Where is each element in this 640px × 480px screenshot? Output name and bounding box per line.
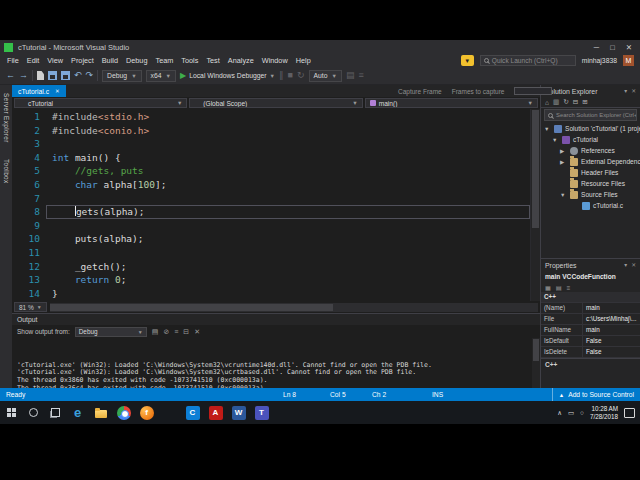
capture-frame-button[interactable]: Capture Frame — [398, 88, 442, 95]
document-tab[interactable]: cTutorial.c ✕ — [12, 85, 66, 97]
tree-item[interactable]: ▶ External Dependencies — [541, 156, 640, 167]
panel-header-icon[interactable]: ✕ — [631, 88, 636, 94]
taskbar-app-button[interactable]: W — [227, 401, 250, 424]
code-line[interactable]: //gets, puts — [46, 164, 530, 178]
code-line[interactable]: #include<stdio.h> — [46, 110, 530, 124]
code-line[interactable]: char alpha[100]; — [46, 178, 530, 192]
recorder-arrow-button[interactable]: ▼ — [461, 55, 474, 66]
tree-item[interactable]: cTutorial.c — [541, 200, 640, 211]
code-line[interactable]: gets(alpha); — [46, 205, 530, 219]
expander-icon[interactable]: ▼ — [544, 126, 551, 132]
property-row[interactable]: FullName main — [541, 325, 640, 336]
tree-item[interactable]: ▼ cTutorial — [541, 134, 640, 145]
menu-item[interactable]: Help — [292, 56, 315, 65]
debug-control-icon[interactable]: ∥ — [279, 71, 284, 80]
expander-icon[interactable]: ▶ — [560, 148, 567, 154]
menu-item[interactable]: Window — [258, 56, 292, 65]
menu-item[interactable]: Analyze — [224, 56, 258, 65]
menu-item[interactable]: Test — [202, 56, 223, 65]
minimize-button[interactable]: ─ — [594, 43, 599, 52]
property-value[interactable]: main — [583, 325, 640, 335]
scrollbar-thumb[interactable] — [532, 110, 539, 228]
undo-redo-icon[interactable]: ↷ — [86, 71, 94, 80]
solution-explorer-toolbar-icon[interactable]: ↻ — [563, 98, 569, 106]
toolbar-icon[interactable]: ≡ — [359, 71, 364, 80]
menu-item[interactable]: Tools — [177, 56, 202, 65]
code-line[interactable]: } — [46, 287, 530, 301]
property-value[interactable]: False — [583, 336, 640, 346]
tray-icon[interactable]: ○ — [580, 409, 584, 417]
output-toolbar-icon[interactable]: ⊘ — [163, 328, 169, 336]
side-tab[interactable]: Toolbox — [3, 159, 10, 184]
code-line[interactable]: _getch(); — [46, 260, 530, 274]
navigate-icon[interactable]: ← — [6, 71, 15, 80]
maximize-button[interactable]: □ — [610, 43, 615, 52]
taskbar-app-button[interactable]: f — [135, 401, 158, 424]
save-all-icon[interactable] — [61, 71, 70, 80]
auto-dropdown[interactable]: Auto▼ — [309, 70, 342, 82]
menu-item[interactable]: Team — [152, 56, 178, 65]
property-row[interactable]: C++ — [541, 292, 640, 303]
solution-explorer-toolbar-icon[interactable]: ▥ — [553, 98, 559, 106]
action-center-icon[interactable] — [624, 408, 635, 418]
tray-icon[interactable]: ∧ — [557, 409, 562, 417]
solution-search-input[interactable]: Search Solution Explorer (Ctrl+;) — [544, 109, 637, 121]
editor-horizontal-scrollbar[interactable] — [50, 303, 538, 312]
output-toolbar-icon[interactable]: ⊟ — [183, 328, 189, 336]
properties-toolbar-icon[interactable]: ≡ — [567, 284, 571, 291]
close-icon[interactable]: ✕ — [55, 88, 60, 94]
taskbar-app-button[interactable] — [89, 401, 112, 424]
property-value[interactable]: c:\Users\Minhaj\... — [583, 314, 640, 324]
taskbar-app-button[interactable]: C — [181, 401, 204, 424]
output-toolbar-icon[interactable]: ▤ — [152, 328, 159, 336]
platform-dropdown[interactable]: x64▼ — [146, 70, 176, 82]
frames-to-capture-input[interactable] — [514, 87, 552, 95]
code-line[interactable]: int main() { — [46, 151, 530, 165]
property-value[interactable] — [559, 292, 640, 302]
navigate-icon[interactable]: → — [19, 71, 28, 80]
cortana-search-button[interactable] — [22, 401, 44, 424]
menu-item[interactable]: Build — [98, 56, 122, 65]
task-view-button[interactable] — [44, 401, 66, 424]
start-button[interactable] — [0, 401, 22, 424]
tree-item[interactable]: Resource Files — [541, 178, 640, 189]
code-line[interactable] — [46, 137, 530, 151]
tree-item[interactable]: Header Files — [541, 167, 640, 178]
zoom-dropdown[interactable]: 81 % ▼ — [14, 302, 47, 312]
expander-icon[interactable]: ▶ — [560, 159, 567, 165]
taskbar-app-button[interactable]: A — [204, 401, 227, 424]
scrollbar-thumb[interactable] — [50, 304, 333, 311]
close-button[interactable]: ✕ — [626, 43, 632, 52]
configuration-dropdown[interactable]: Debug▼ — [102, 70, 141, 82]
editor-vertical-scrollbar[interactable] — [530, 109, 540, 301]
menu-item[interactable]: File — [3, 56, 23, 65]
code-lines[interactable]: #include<stdio.h>#include<conio.h>int ma… — [46, 109, 530, 301]
menu-item[interactable]: Project — [67, 56, 98, 65]
debug-control-icon[interactable]: ■ — [288, 71, 293, 80]
code-line[interactable] — [46, 219, 530, 233]
property-row[interactable]: (Name) main — [541, 303, 640, 314]
taskbar-app-button[interactable]: e — [66, 401, 89, 424]
add-to-source-control-button[interactable]: ▲ Add to Source Control — [552, 388, 640, 401]
code-line[interactable]: #include<conio.h> — [46, 124, 530, 138]
solution-explorer-toolbar-icon[interactable]: ⌂ — [545, 99, 549, 106]
property-value[interactable]: False — [583, 347, 640, 357]
navigation-dropdown[interactable]: (Global Scope) ▼ — [189, 98, 362, 108]
start-debugging-button[interactable]: ▶ Local Windows Debugger ▼ — [180, 71, 275, 80]
quick-launch-input[interactable]: Quick Launch (Ctrl+Q) — [480, 55, 576, 66]
taskbar-app-button[interactable] — [112, 401, 135, 424]
navigation-dropdown[interactable]: main() ▼ — [365, 98, 538, 108]
output-toolbar-icon[interactable]: ≡ — [174, 328, 178, 335]
output-source-dropdown[interactable]: Debug ▼ — [75, 327, 147, 337]
taskbar-app-button[interactable]: ∞ — [158, 401, 181, 424]
code-line[interactable] — [46, 246, 530, 260]
property-row[interactable]: IsDefault False — [541, 336, 640, 347]
side-tab[interactable]: Server Explorer — [3, 93, 10, 143]
panel-header-icon[interactable]: ▾ — [624, 88, 627, 94]
menu-item[interactable]: Edit — [23, 56, 44, 65]
new-file-icon[interactable] — [37, 71, 44, 80]
tree-item[interactable]: ▼ Solution 'cTutorial' (1 project) — [541, 123, 640, 134]
scrollbar-thumb[interactable] — [533, 339, 539, 361]
properties-toolbar-icon[interactable]: ▤ — [556, 284, 562, 291]
tree-item[interactable]: ▼ Source Files — [541, 189, 640, 200]
